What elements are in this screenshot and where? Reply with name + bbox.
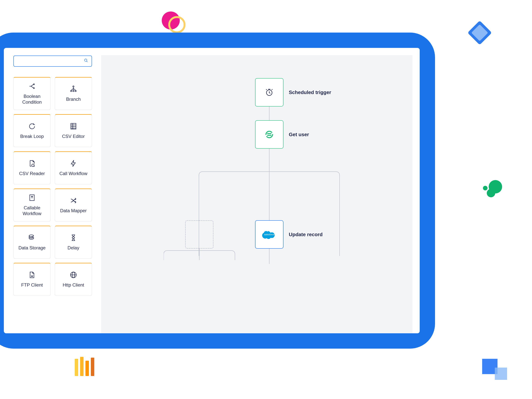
- svg-point-0: [84, 59, 87, 62]
- decoration-squares: [482, 359, 507, 380]
- palette-tile-http[interactable]: Http Client: [55, 263, 92, 296]
- node-update-record[interactable]: salesforce Update record: [255, 220, 323, 249]
- component-sidebar: Boolean ConditionBranchBreak LoopCSV Edi…: [13, 48, 94, 333]
- palette-tile-csvreader[interactable]: CSV Reader: [13, 151, 51, 184]
- palette-tile-breakloop[interactable]: Break Loop: [13, 114, 51, 147]
- node-scheduled-trigger[interactable]: Scheduled trigger: [255, 78, 331, 106]
- node-box[interactable]: [255, 78, 284, 106]
- decoration-dots: [483, 180, 502, 199]
- palette-tile-ftp[interactable]: FTP Client: [13, 263, 51, 296]
- app-window: Boolean ConditionBranchBreak LoopCSV Edi…: [4, 48, 420, 333]
- node-label: Get user: [289, 131, 309, 137]
- component-palette: Boolean ConditionBranchBreak LoopCSV Edi…: [13, 77, 92, 296]
- svg-point-3: [33, 88, 34, 89]
- svg-point-6: [73, 90, 74, 92]
- node-box[interactable]: salesforce: [255, 220, 284, 249]
- breakloop-icon: [28, 122, 36, 130]
- palette-tile-callworkflow[interactable]: Call Workflow: [55, 151, 92, 184]
- search-field[interactable]: [13, 56, 92, 67]
- ftp-icon: [28, 271, 36, 279]
- svg-line-1: [87, 61, 88, 62]
- svg-point-18: [29, 235, 33, 237]
- tile-label: Branch: [66, 96, 81, 102]
- search-input[interactable]: [17, 58, 84, 64]
- branch-icon: [70, 85, 77, 93]
- boolean-icon: [28, 82, 36, 90]
- palette-tile-datastorage[interactable]: Data Storage: [13, 226, 51, 259]
- tile-label: Call Workflow: [59, 171, 87, 176]
- node-label: Update record: [289, 231, 323, 237]
- csvreader-icon: [28, 160, 36, 167]
- tile-label: Callable Workflow: [17, 205, 47, 217]
- callable-icon: [28, 194, 36, 201]
- tile-label: Data Storage: [18, 245, 45, 251]
- svg-text:salesforce: salesforce: [264, 233, 274, 236]
- tile-label: CSV Reader: [19, 171, 45, 176]
- delay-icon: [70, 234, 77, 242]
- clock-icon: [265, 88, 273, 97]
- csveditor-icon: [70, 122, 77, 130]
- app-frame: Boolean ConditionBranchBreak LoopCSV Edi…: [0, 32, 435, 349]
- http-icon: [70, 271, 77, 279]
- tile-label: FTP Client: [21, 282, 43, 288]
- datamapper-icon: [70, 197, 77, 204]
- palette-tile-csveditor[interactable]: CSV Editor: [55, 114, 92, 147]
- salesforce-icon: salesforce: [262, 230, 276, 239]
- svg-point-2: [33, 84, 34, 85]
- tile-label: Data Mapper: [60, 208, 87, 214]
- workflow-canvas[interactable]: Scheduled trigger Get user salesforce Up…: [101, 55, 412, 333]
- tile-label: Boolean Condition: [17, 94, 47, 105]
- palette-tile-callable[interactable]: Callable Workflow: [13, 188, 51, 221]
- node-label: Scheduled trigger: [289, 89, 331, 95]
- palette-tile-datamapper[interactable]: Data Mapper: [55, 188, 92, 221]
- search-icon: [84, 58, 88, 64]
- tile-label: Http Client: [63, 282, 84, 288]
- node-placeholder[interactable]: [185, 220, 214, 249]
- datastorage-icon: [28, 234, 36, 242]
- palette-tile-boolean[interactable]: Boolean Condition: [13, 77, 51, 110]
- decoration-ring: [168, 16, 185, 33]
- svg-point-7: [75, 90, 76, 92]
- palette-tile-delay[interactable]: Delay: [55, 226, 92, 259]
- tile-label: Break Loop: [20, 133, 44, 139]
- node-get-user[interactable]: Get user: [255, 120, 309, 149]
- svg-point-5: [70, 90, 72, 92]
- tile-label: Delay: [67, 245, 79, 251]
- svg-point-4: [73, 86, 74, 87]
- decoration-bars: [75, 357, 94, 376]
- tile-label: CSV Editor: [62, 133, 85, 139]
- service-icon: [264, 130, 274, 139]
- decoration-diamond: [467, 20, 492, 45]
- palette-tile-branch[interactable]: Branch: [55, 77, 92, 110]
- node-box[interactable]: [255, 120, 284, 149]
- callworkflow-icon: [70, 160, 77, 167]
